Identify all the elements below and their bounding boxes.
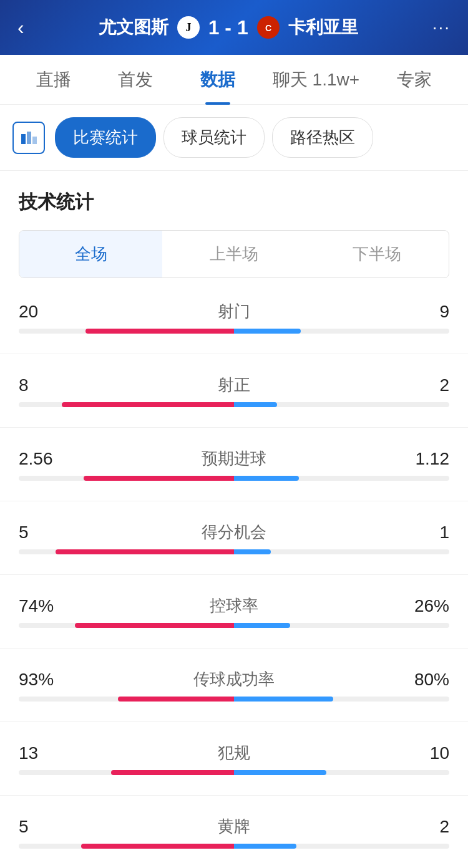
bar-away [234, 697, 333, 702]
stat-row: 5 得分机会 1 [19, 521, 449, 554]
stat-left-value: 13 [19, 743, 69, 763]
team-home-logo: J [175, 14, 202, 41]
stat-bars [19, 697, 449, 702]
stat-divider [0, 795, 468, 796]
period-tab-second[interactable]: 下半场 [306, 231, 449, 277]
stat-left-value: 20 [19, 302, 69, 322]
stat-right-value: 2 [399, 375, 449, 395]
bar-home [56, 549, 234, 554]
stat-divider [0, 721, 468, 722]
stats-icon[interactable] [12, 122, 45, 154]
stat-bars [19, 549, 449, 554]
stat-right-value: 1 [399, 523, 449, 542]
stat-left-value: 5 [19, 523, 69, 542]
bar-away [234, 476, 299, 481]
stat-row: 13 犯规 10 [19, 742, 449, 775]
bar-away [234, 549, 271, 554]
svg-text:C: C [265, 23, 271, 33]
stat-name: 犯规 [69, 742, 399, 764]
bar-home [85, 329, 234, 334]
svg-rect-6 [32, 137, 37, 144]
stats-list: 20 射门 9 8 射正 2 2.56 预期进球 1.12 5 [19, 301, 449, 868]
stat-bars [19, 844, 449, 849]
stat-right-value: 2 [399, 817, 449, 837]
stat-right-value: 26% [399, 596, 449, 616]
match-score: 1 - 1 [208, 16, 248, 39]
bar-home [62, 402, 234, 407]
stat-divider [0, 501, 468, 501]
stat-name: 射门 [69, 301, 399, 322]
svg-rect-4 [21, 134, 26, 144]
stat-row: 20 射门 9 [19, 301, 449, 334]
bar-home [81, 844, 234, 849]
team-away-name: 卡利亚里 [288, 16, 358, 39]
stat-name: 预期进球 [69, 448, 399, 470]
stat-name: 射正 [69, 374, 399, 396]
stat-left-value: 2.56 [19, 449, 69, 469]
sub-tab-heatmap[interactable]: 路径热区 [272, 117, 373, 158]
tab-chat[interactable]: 聊天 1.1w+ [258, 55, 373, 105]
stat-divider [0, 648, 468, 649]
nav-tabs: 直播 首发 数据 聊天 1.1w+ 专家 [0, 55, 468, 105]
bar-home [75, 623, 234, 628]
bar-away [234, 770, 326, 775]
tab-lineup[interactable]: 首发 [94, 55, 176, 105]
period-tab-first[interactable]: 上半场 [162, 231, 305, 277]
svg-text:J: J [185, 21, 191, 34]
match-header: ‹ 尤文图斯 J 1 - 1 C 卡利亚里 ··· [0, 0, 468, 55]
stat-right-value: 1.12 [399, 449, 449, 469]
back-button[interactable]: ‹ [17, 16, 24, 39]
sub-tabs: 比赛统计 球员统计 路径热区 [0, 105, 468, 171]
stat-divider [0, 574, 468, 575]
bar-home [84, 476, 235, 481]
team-away-logo: C [255, 14, 282, 41]
stat-bars [19, 402, 449, 407]
tab-expert[interactable]: 专家 [374, 55, 456, 105]
tab-live[interactable]: 直播 [12, 55, 94, 105]
stat-bars [19, 623, 449, 628]
bar-away [234, 623, 290, 628]
period-tab-full[interactable]: 全场 [19, 231, 162, 277]
stat-name: 控球率 [69, 595, 399, 617]
stat-right-value: 10 [399, 743, 449, 763]
bar-home [118, 697, 234, 702]
bar-away [234, 844, 296, 849]
stat-bars [19, 329, 449, 334]
stat-row: 2.56 预期进球 1.12 [19, 448, 449, 481]
stat-left-value: 8 [19, 375, 69, 395]
stat-row: 8 射正 2 [19, 374, 449, 407]
stat-divider [0, 354, 468, 354]
stat-name: 黄牌 [69, 816, 399, 837]
stat-left-value: 5 [19, 817, 69, 837]
stat-right-value: 80% [399, 670, 449, 690]
more-button[interactable]: ··· [432, 17, 451, 37]
match-title: 尤文图斯 J 1 - 1 C 卡利亚里 [99, 14, 358, 41]
tab-data[interactable]: 数据 [177, 55, 258, 105]
team-home-name: 尤文图斯 [99, 16, 168, 39]
bar-away [234, 402, 277, 407]
sub-tab-player-stats[interactable]: 球员统计 [163, 117, 265, 158]
stat-name: 传球成功率 [69, 668, 399, 690]
stat-left-value: 93% [19, 670, 69, 690]
stat-bars [19, 476, 449, 481]
stat-right-value: 9 [399, 302, 449, 322]
stat-name: 得分机会 [69, 521, 399, 543]
stat-bars [19, 770, 449, 775]
period-tabs: 全场 上半场 下半场 [19, 230, 449, 278]
stat-row: 5 黄牌 2 [19, 816, 449, 849]
svg-rect-5 [27, 132, 31, 144]
sub-tab-match-stats[interactable]: 比赛统计 [55, 117, 156, 158]
bar-away [234, 329, 301, 334]
stat-row: 74% 控球率 26% [19, 595, 449, 628]
stat-divider [0, 427, 468, 428]
section-title: 技术统计 [19, 190, 449, 215]
stat-left-value: 74% [19, 596, 69, 616]
stat-row: 93% 传球成功率 80% [19, 668, 449, 702]
stats-content: 技术统计 全场 上半场 下半场 20 射门 9 8 射正 2 2.56 预期进球 [0, 171, 468, 868]
bar-home [111, 770, 234, 775]
